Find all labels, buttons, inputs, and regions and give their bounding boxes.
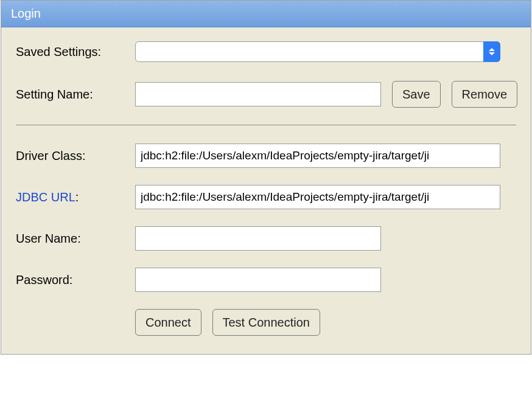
label-password: Password:	[16, 273, 135, 287]
divider	[16, 125, 516, 125]
connect-button[interactable]: Connect	[135, 309, 201, 336]
row-driver-class: Driver Class:	[16, 144, 516, 168]
panel-content: Saved Settings: Setting Name: Save Remov…	[1, 27, 531, 354]
label-setting-name: Setting Name:	[16, 88, 135, 102]
remove-button[interactable]: Remove	[452, 81, 517, 108]
panel-title: Login	[11, 7, 41, 20]
saved-settings-select[interactable]	[135, 41, 500, 62]
test-connection-button[interactable]: Test Connection	[212, 309, 320, 336]
row-password: Password:	[16, 268, 516, 292]
save-button[interactable]: Save	[392, 81, 441, 108]
row-setting-name: Setting Name: Save Remove	[16, 81, 516, 108]
user-name-input[interactable]	[135, 226, 381, 251]
label-saved-settings: Saved Settings:	[16, 45, 135, 59]
label-jdbc-url: JDBC URL:	[16, 190, 135, 204]
login-panel: Login Saved Settings: Setting Name: Save…	[1, 0, 531, 355]
jdbc-url-input[interactable]	[135, 185, 500, 209]
jdbc-url-link[interactable]: JDBC URL	[16, 190, 75, 204]
row-saved-settings: Saved Settings:	[16, 40, 516, 64]
row-user-name: User Name:	[16, 226, 516, 251]
titlebar: Login	[1, 1, 531, 27]
label-user-name: User Name:	[16, 232, 135, 246]
password-input[interactable]	[135, 268, 381, 292]
label-driver-class: Driver Class:	[16, 149, 135, 163]
setting-name-input[interactable]	[135, 82, 381, 106]
row-actions: Connect Test Connection	[16, 309, 516, 336]
row-jdbc-url: JDBC URL:	[16, 185, 516, 209]
driver-class-input[interactable]	[135, 144, 500, 168]
jdbc-url-colon: :	[75, 190, 79, 204]
